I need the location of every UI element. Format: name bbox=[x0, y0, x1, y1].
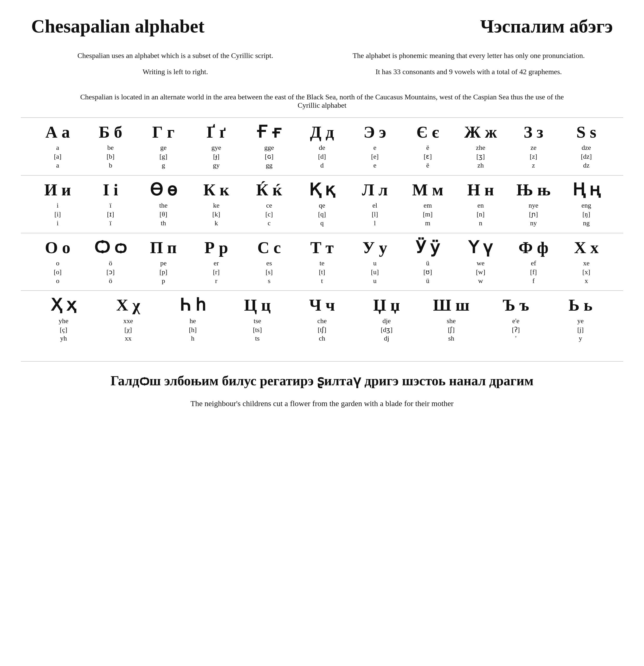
letter-ipa: [ts] bbox=[253, 326, 262, 334]
letter-cell-2-2: П пpe[p]p bbox=[140, 239, 187, 285]
letter-roman: zh bbox=[477, 161, 484, 170]
letter-name: de bbox=[319, 143, 325, 152]
alphabet-grid: А аa[a]aБ бbe[b]bГ гge[g]gҐ ґgye[ɟ]gyҒ ғ… bbox=[21, 117, 623, 348]
letter-roman: a bbox=[56, 161, 59, 170]
letter-ipa: [n] bbox=[477, 210, 485, 219]
letter-main: К к bbox=[203, 181, 229, 199]
letter-main: Ь ь bbox=[569, 296, 592, 314]
letter-cell-2-7: Ӱ ӱü[ʊ]ü bbox=[404, 239, 451, 285]
letter-roman: ' bbox=[515, 334, 517, 343]
letter-name: i bbox=[57, 201, 58, 210]
letter-main: Ң ң bbox=[572, 181, 600, 199]
letter-ipa: [ʃ] bbox=[448, 326, 455, 334]
intro-right: The alphabet is phonemic meaning that ev… bbox=[335, 50, 602, 83]
letter-cell-1-8: Н нen[n]n bbox=[457, 181, 504, 228]
letter-main: И и bbox=[44, 181, 71, 199]
letter-cell-2-5: Т тte[t]t bbox=[299, 239, 345, 285]
letter-ipa: [k] bbox=[212, 210, 220, 219]
letter-ipa: [ʊ] bbox=[424, 268, 432, 277]
letter-name: eng bbox=[582, 201, 591, 210]
letter-ipa: [ɲ] bbox=[529, 210, 538, 219]
letter-cell-1-0: И иi[i]i bbox=[34, 181, 81, 228]
letter-roman: o bbox=[56, 277, 59, 285]
letter-main: А а bbox=[46, 123, 70, 141]
letter-roman: th bbox=[161, 219, 166, 228]
alphabet-row-3: Ҳ ҳyhe[ç]yhΧ χxxe[χ]xxҺ һhe[h]hЦ цtse[ts… bbox=[21, 290, 623, 348]
letter-ipa: [ŋ] bbox=[583, 210, 590, 219]
letter-cell-2-9: Ф фef[f]f bbox=[510, 239, 557, 285]
letter-roman: ny bbox=[530, 219, 537, 228]
letter-roman: m bbox=[425, 219, 430, 228]
letter-roman: ng bbox=[583, 219, 590, 228]
letter-main: Г г bbox=[152, 123, 175, 141]
letter-name: en bbox=[477, 201, 484, 210]
letter-name: ë bbox=[426, 143, 429, 152]
letter-roman: x bbox=[585, 277, 588, 285]
letter-cell-2-10: Х хxe[x]x bbox=[563, 239, 610, 285]
letter-ipa: [o] bbox=[54, 268, 61, 277]
letter-main: Ҳ ҳ bbox=[51, 296, 76, 314]
letter-name: we bbox=[477, 259, 485, 268]
intro-right-p1: The alphabet is phonemic meaning that ev… bbox=[335, 50, 602, 61]
letter-cell-1-9: Њ њnye[ɲ]ny bbox=[510, 181, 557, 228]
letter-ipa: [dz] bbox=[581, 152, 592, 161]
letter-main: Ф ф bbox=[518, 239, 548, 257]
letter-cell-0-4: Ғ ғgge[ɢ]gg bbox=[246, 123, 292, 170]
letter-roman: r bbox=[215, 277, 217, 285]
letter-cell-1-10: Ң ңeng[ŋ]ng bbox=[563, 181, 610, 228]
letter-roman: ts bbox=[255, 334, 260, 343]
letter-roman: q bbox=[320, 219, 324, 228]
letter-name: qe bbox=[319, 201, 325, 210]
alphabet-row-1: И иi[i]iІ іï[ɪ]ïѲ ѳthe[θ]thК кke[k]kЌ ќc… bbox=[21, 175, 623, 233]
letter-main: Һ һ bbox=[180, 296, 206, 314]
letter-ipa: [f] bbox=[530, 268, 537, 277]
intro-right-p2: It has 33 consonants and 9 vowels with a… bbox=[335, 66, 602, 77]
letter-main: Ќ ќ bbox=[256, 181, 282, 199]
letter-roman: yh bbox=[60, 334, 67, 343]
intro-left-p2: Writing is left to right. bbox=[42, 66, 309, 77]
letter-roman: b bbox=[109, 161, 112, 170]
letter-ipa: [h] bbox=[189, 326, 197, 334]
letter-ipa: [ʒ] bbox=[477, 152, 485, 161]
letter-cell-0-10: S sdze[dz]dz bbox=[563, 123, 610, 170]
letter-cell-0-9: З зze[z]z bbox=[510, 123, 557, 170]
letter-cell-0-5: Д дde[d]d bbox=[299, 123, 345, 170]
letter-ipa: [d] bbox=[318, 152, 326, 161]
letter-name: e bbox=[373, 143, 376, 152]
letter-ipa: [dʒ] bbox=[381, 326, 393, 334]
letter-ipa: [ç] bbox=[60, 326, 67, 334]
letter-cell-3-2: Һ һhe[h]h bbox=[169, 296, 216, 343]
letter-roman: dz bbox=[583, 161, 590, 170]
letter-main: З з bbox=[523, 123, 543, 141]
letter-cell-2-0: О оo[o]o bbox=[34, 239, 81, 285]
letter-ipa: [c] bbox=[265, 210, 273, 219]
letter-main: Н н bbox=[467, 181, 494, 199]
letter-cell-1-3: К кke[k]k bbox=[193, 181, 239, 228]
letter-name: u bbox=[373, 259, 377, 268]
letter-roman: p bbox=[162, 277, 165, 285]
letter-cell-3-4: Ч чche[tʃ]ch bbox=[299, 296, 345, 343]
letter-roman: h bbox=[191, 334, 195, 343]
letter-roman: ï bbox=[109, 219, 111, 228]
letter-ipa: [g] bbox=[159, 152, 167, 161]
letter-roman: t bbox=[321, 277, 323, 285]
letter-roman: ö bbox=[109, 277, 112, 285]
letter-ipa: [ʔ] bbox=[512, 326, 520, 334]
letter-name: ce bbox=[266, 201, 272, 210]
letter-cell-3-7: Ъ ъe'e[ʔ]' bbox=[493, 296, 539, 343]
letter-roman: ü bbox=[426, 277, 429, 285]
letter-main: Ӱ ӱ bbox=[416, 239, 440, 257]
letter-main: Б б bbox=[99, 123, 122, 141]
letter-ipa: [i] bbox=[54, 210, 61, 219]
letter-roman: y bbox=[579, 334, 582, 343]
letter-ipa: [l] bbox=[372, 210, 378, 219]
letter-roman: gg bbox=[266, 161, 273, 170]
letter-ipa: [u] bbox=[371, 268, 379, 277]
letter-name: gye bbox=[212, 143, 221, 152]
letter-ipa: [z] bbox=[530, 152, 537, 161]
letter-roman: ë bbox=[426, 161, 429, 170]
letter-cell-1-5: Қ қqe[q]q bbox=[299, 181, 345, 228]
letter-roman: z bbox=[532, 161, 535, 170]
letter-cell-1-6: Л лel[l]l bbox=[352, 181, 398, 228]
letter-name: ï bbox=[109, 201, 111, 210]
